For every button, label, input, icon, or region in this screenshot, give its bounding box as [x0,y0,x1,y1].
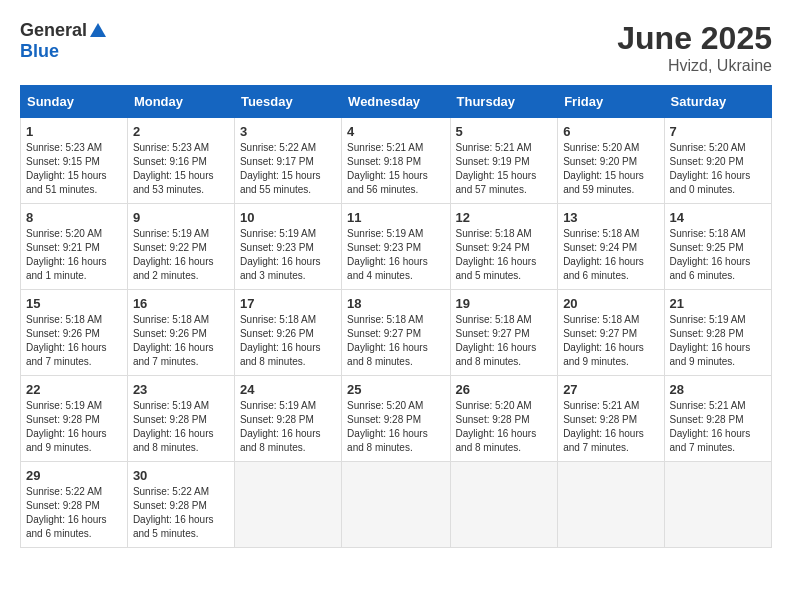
logo-general: General [20,20,87,41]
calendar-cell: 3Sunrise: 5:22 AM Sunset: 9:17 PM Daylig… [234,118,341,204]
calendar-cell: 22Sunrise: 5:19 AM Sunset: 9:28 PM Dayli… [21,376,128,462]
calendar-cell [234,462,341,548]
calendar-cell: 29Sunrise: 5:22 AM Sunset: 9:28 PM Dayli… [21,462,128,548]
day-number: 19 [456,296,553,311]
calendar-cell [342,462,450,548]
day-info: Sunrise: 5:20 AM Sunset: 9:20 PM Dayligh… [670,141,766,197]
day-number: 20 [563,296,658,311]
calendar-cell: 24Sunrise: 5:19 AM Sunset: 9:28 PM Dayli… [234,376,341,462]
day-number: 8 [26,210,122,225]
day-info: Sunrise: 5:21 AM Sunset: 9:19 PM Dayligh… [456,141,553,197]
day-info: Sunrise: 5:19 AM Sunset: 9:28 PM Dayligh… [240,399,336,455]
day-number: 5 [456,124,553,139]
calendar-cell: 10Sunrise: 5:19 AM Sunset: 9:23 PM Dayli… [234,204,341,290]
calendar-cell: 4Sunrise: 5:21 AM Sunset: 9:18 PM Daylig… [342,118,450,204]
calendar-cell: 16Sunrise: 5:18 AM Sunset: 9:26 PM Dayli… [127,290,234,376]
calendar-cell: 9Sunrise: 5:19 AM Sunset: 9:22 PM Daylig… [127,204,234,290]
calendar-cell: 12Sunrise: 5:18 AM Sunset: 9:24 PM Dayli… [450,204,558,290]
day-info: Sunrise: 5:19 AM Sunset: 9:28 PM Dayligh… [26,399,122,455]
day-number: 21 [670,296,766,311]
calendar-cell: 15Sunrise: 5:18 AM Sunset: 9:26 PM Dayli… [21,290,128,376]
day-info: Sunrise: 5:20 AM Sunset: 9:28 PM Dayligh… [347,399,444,455]
title-area: June 2025 Hvizd, Ukraine [617,20,772,75]
day-info: Sunrise: 5:18 AM Sunset: 9:25 PM Dayligh… [670,227,766,283]
day-info: Sunrise: 5:19 AM Sunset: 9:23 PM Dayligh… [240,227,336,283]
logo: General Blue [20,20,109,62]
day-number: 28 [670,382,766,397]
calendar-week-2: 8Sunrise: 5:20 AM Sunset: 9:21 PM Daylig… [21,204,772,290]
day-number: 1 [26,124,122,139]
calendar-cell [450,462,558,548]
day-number: 22 [26,382,122,397]
day-number: 30 [133,468,229,483]
day-number: 10 [240,210,336,225]
logo-icon [88,21,108,41]
column-header-friday: Friday [558,86,664,118]
calendar-table: SundayMondayTuesdayWednesdayThursdayFrid… [20,85,772,548]
day-info: Sunrise: 5:19 AM Sunset: 9:22 PM Dayligh… [133,227,229,283]
calendar-cell: 1Sunrise: 5:23 AM Sunset: 9:15 PM Daylig… [21,118,128,204]
day-number: 26 [456,382,553,397]
calendar-week-1: 1Sunrise: 5:23 AM Sunset: 9:15 PM Daylig… [21,118,772,204]
calendar-cell: 8Sunrise: 5:20 AM Sunset: 9:21 PM Daylig… [21,204,128,290]
day-info: Sunrise: 5:18 AM Sunset: 9:24 PM Dayligh… [563,227,658,283]
day-info: Sunrise: 5:18 AM Sunset: 9:26 PM Dayligh… [26,313,122,369]
day-number: 15 [26,296,122,311]
day-info: Sunrise: 5:18 AM Sunset: 9:26 PM Dayligh… [240,313,336,369]
column-header-monday: Monday [127,86,234,118]
calendar-week-5: 29Sunrise: 5:22 AM Sunset: 9:28 PM Dayli… [21,462,772,548]
calendar-title: June 2025 [617,20,772,57]
calendar-cell: 26Sunrise: 5:20 AM Sunset: 9:28 PM Dayli… [450,376,558,462]
column-header-sunday: Sunday [21,86,128,118]
calendar-cell: 11Sunrise: 5:19 AM Sunset: 9:23 PM Dayli… [342,204,450,290]
column-header-wednesday: Wednesday [342,86,450,118]
day-number: 24 [240,382,336,397]
day-number: 4 [347,124,444,139]
header: General Blue June 2025 Hvizd, Ukraine [20,20,772,75]
day-info: Sunrise: 5:21 AM Sunset: 9:18 PM Dayligh… [347,141,444,197]
calendar-cell: 17Sunrise: 5:18 AM Sunset: 9:26 PM Dayli… [234,290,341,376]
day-info: Sunrise: 5:18 AM Sunset: 9:26 PM Dayligh… [133,313,229,369]
day-number: 27 [563,382,658,397]
day-number: 23 [133,382,229,397]
calendar-cell: 6Sunrise: 5:20 AM Sunset: 9:20 PM Daylig… [558,118,664,204]
day-info: Sunrise: 5:23 AM Sunset: 9:16 PM Dayligh… [133,141,229,197]
calendar-subtitle: Hvizd, Ukraine [617,57,772,75]
calendar-cell: 23Sunrise: 5:19 AM Sunset: 9:28 PM Dayli… [127,376,234,462]
calendar-week-3: 15Sunrise: 5:18 AM Sunset: 9:26 PM Dayli… [21,290,772,376]
day-info: Sunrise: 5:18 AM Sunset: 9:27 PM Dayligh… [456,313,553,369]
day-info: Sunrise: 5:19 AM Sunset: 9:28 PM Dayligh… [133,399,229,455]
calendar-cell: 13Sunrise: 5:18 AM Sunset: 9:24 PM Dayli… [558,204,664,290]
day-info: Sunrise: 5:20 AM Sunset: 9:28 PM Dayligh… [456,399,553,455]
day-number: 13 [563,210,658,225]
day-info: Sunrise: 5:18 AM Sunset: 9:27 PM Dayligh… [347,313,444,369]
column-header-saturday: Saturday [664,86,771,118]
day-info: Sunrise: 5:22 AM Sunset: 9:28 PM Dayligh… [133,485,229,541]
day-number: 18 [347,296,444,311]
calendar-week-4: 22Sunrise: 5:19 AM Sunset: 9:28 PM Dayli… [21,376,772,462]
day-number: 11 [347,210,444,225]
day-info: Sunrise: 5:22 AM Sunset: 9:17 PM Dayligh… [240,141,336,197]
calendar-cell: 30Sunrise: 5:22 AM Sunset: 9:28 PM Dayli… [127,462,234,548]
logo-blue: Blue [20,41,59,61]
day-info: Sunrise: 5:21 AM Sunset: 9:28 PM Dayligh… [563,399,658,455]
day-info: Sunrise: 5:18 AM Sunset: 9:27 PM Dayligh… [563,313,658,369]
calendar-cell: 19Sunrise: 5:18 AM Sunset: 9:27 PM Dayli… [450,290,558,376]
day-number: 12 [456,210,553,225]
day-info: Sunrise: 5:23 AM Sunset: 9:15 PM Dayligh… [26,141,122,197]
day-number: 6 [563,124,658,139]
day-info: Sunrise: 5:21 AM Sunset: 9:28 PM Dayligh… [670,399,766,455]
calendar-cell: 18Sunrise: 5:18 AM Sunset: 9:27 PM Dayli… [342,290,450,376]
calendar-cell: 21Sunrise: 5:19 AM Sunset: 9:28 PM Dayli… [664,290,771,376]
day-info: Sunrise: 5:19 AM Sunset: 9:23 PM Dayligh… [347,227,444,283]
day-info: Sunrise: 5:19 AM Sunset: 9:28 PM Dayligh… [670,313,766,369]
calendar-cell: 2Sunrise: 5:23 AM Sunset: 9:16 PM Daylig… [127,118,234,204]
day-number: 14 [670,210,766,225]
day-info: Sunrise: 5:22 AM Sunset: 9:28 PM Dayligh… [26,485,122,541]
day-info: Sunrise: 5:20 AM Sunset: 9:21 PM Dayligh… [26,227,122,283]
calendar-cell: 25Sunrise: 5:20 AM Sunset: 9:28 PM Dayli… [342,376,450,462]
calendar-cell [664,462,771,548]
column-header-tuesday: Tuesday [234,86,341,118]
day-number: 16 [133,296,229,311]
calendar-cell: 20Sunrise: 5:18 AM Sunset: 9:27 PM Dayli… [558,290,664,376]
